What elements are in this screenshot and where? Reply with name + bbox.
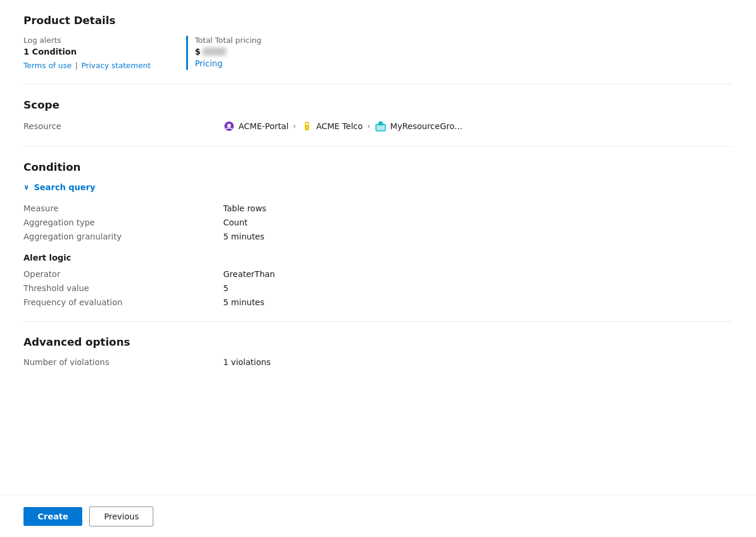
svg-point-4 bbox=[307, 127, 308, 129]
violations-label: Number of violations bbox=[23, 357, 223, 367]
svg-rect-8 bbox=[379, 121, 382, 124]
svg-point-1 bbox=[227, 124, 231, 127]
search-query-toggle[interactable]: ∨ Search query bbox=[23, 183, 733, 192]
aggregation-type-label: Aggregation type bbox=[23, 218, 223, 227]
section-divider-3 bbox=[23, 321, 733, 322]
threshold-row: Threshold value 5 bbox=[23, 283, 733, 293]
violations-value: 1 violations bbox=[223, 357, 271, 367]
previous-button[interactable]: Previous bbox=[89, 506, 153, 526]
section-divider-2 bbox=[23, 146, 733, 147]
advanced-options-title: Advanced options bbox=[23, 336, 733, 348]
telco-icon bbox=[301, 120, 313, 132]
threshold-label: Threshold value bbox=[23, 283, 223, 293]
pricing-blur-value bbox=[203, 48, 226, 56]
resource-group-icon bbox=[375, 120, 387, 132]
search-query-label: Search query bbox=[34, 183, 96, 192]
measure-value: Table rows bbox=[223, 204, 266, 213]
section-divider-1 bbox=[23, 84, 733, 85]
rg-name: MyResourceGro... bbox=[390, 121, 462, 131]
bottom-bar: Create Previous bbox=[0, 495, 756, 537]
aggregation-type-value: Count bbox=[223, 218, 248, 227]
product-links: Terms of use | Privacy statement bbox=[23, 61, 151, 70]
log-alerts-col: Log alerts 1 Condition Terms of use | Pr… bbox=[23, 36, 151, 70]
portal-icon bbox=[223, 120, 235, 132]
aggregation-granularity-row: Aggregation granularity 5 minutes bbox=[23, 232, 733, 241]
link-separator: | bbox=[75, 61, 78, 70]
product-details-grid: Log alerts 1 Condition Terms of use | Pr… bbox=[23, 36, 733, 70]
total-pricing-label: Total Total pricing bbox=[195, 36, 261, 45]
resource-row: Resource ACME-Portal › bbox=[23, 120, 733, 132]
operator-label: Operator bbox=[23, 269, 223, 279]
svg-rect-3 bbox=[306, 123, 308, 125]
violations-row: Number of violations 1 violations bbox=[23, 357, 733, 367]
pricing-link-wrapper: Pricing bbox=[195, 59, 261, 68]
scope-section: Scope Resource ACME-Portal › bbox=[23, 99, 733, 132]
frequency-value: 5 minutes bbox=[223, 298, 264, 307]
resource-item-telco: ACME Telco bbox=[301, 120, 362, 132]
advanced-options-section: Advanced options Number of violations 1 … bbox=[23, 336, 733, 367]
pricing-amount: $ bbox=[195, 47, 261, 56]
condition-title: Condition bbox=[23, 161, 733, 173]
product-details-title: Product Details bbox=[23, 14, 733, 26]
frequency-row: Frequency of evaluation 5 minutes bbox=[23, 298, 733, 307]
pricing-col: Total Total pricing $ Pricing bbox=[186, 36, 261, 70]
threshold-value: 5 bbox=[223, 283, 229, 293]
condition-value: 1 Condition bbox=[23, 47, 151, 56]
aggregation-granularity-label: Aggregation granularity bbox=[23, 232, 223, 241]
portal-name: ACME-Portal bbox=[238, 121, 288, 131]
chevron-2: › bbox=[368, 122, 371, 130]
resource-item-portal: ACME-Portal bbox=[223, 120, 288, 132]
product-details-section: Product Details bbox=[23, 14, 733, 26]
resource-label: Resource bbox=[23, 121, 223, 131]
terms-of-use-link[interactable]: Terms of use bbox=[23, 61, 72, 70]
measure-row: Measure Table rows bbox=[23, 204, 733, 213]
search-query-chevron: ∨ bbox=[23, 183, 29, 191]
operator-value: GreaterThan bbox=[223, 269, 275, 279]
frequency-label: Frequency of evaluation bbox=[23, 298, 223, 307]
create-button[interactable]: Create bbox=[23, 507, 82, 526]
measure-label: Measure bbox=[23, 204, 223, 213]
aggregation-type-row: Aggregation type Count bbox=[23, 218, 733, 227]
operator-row: Operator GreaterThan bbox=[23, 269, 733, 279]
resource-item-rg: MyResourceGro... bbox=[375, 120, 462, 132]
pricing-link[interactable]: Pricing bbox=[195, 59, 223, 68]
telco-name: ACME Telco bbox=[316, 121, 362, 131]
alert-logic-title: Alert logic bbox=[23, 253, 733, 262]
dollar-sign: $ bbox=[195, 47, 201, 56]
log-alerts-label: Log alerts bbox=[23, 36, 151, 45]
chevron-1: › bbox=[293, 122, 296, 130]
scope-title: Scope bbox=[23, 99, 733, 111]
aggregation-granularity-value: 5 minutes bbox=[223, 232, 264, 241]
resource-path: ACME-Portal › ACME Telco › bbox=[223, 120, 462, 132]
privacy-statement-link[interactable]: Privacy statement bbox=[81, 61, 150, 70]
condition-section: Condition ∨ Search query Measure Table r… bbox=[23, 161, 733, 307]
